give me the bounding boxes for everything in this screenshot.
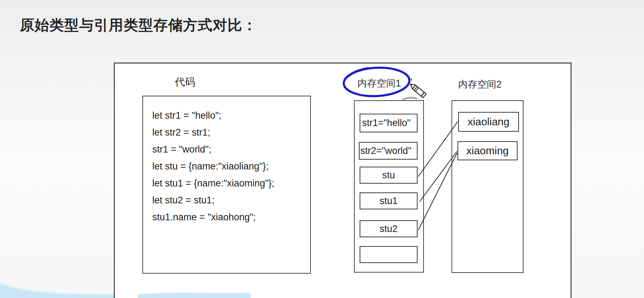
memory1-panel-label: 内存空间1 xyxy=(358,77,401,90)
memory1-cell-stu1: stu1 xyxy=(360,192,418,209)
memory2-cell-xiaoming: xiaoming xyxy=(457,141,518,160)
memory1-cell-empty xyxy=(360,246,418,263)
code-panel: let str1 = "hello"; let str2 = str1; str… xyxy=(142,96,311,274)
code-line: let stu2 = stu1; xyxy=(152,192,310,209)
memory2-cell-xiaoliang: xiaoliang xyxy=(458,112,519,132)
code-line: let str2 = str1; xyxy=(152,124,310,141)
code-line: stu1.name = "xiaohong"; xyxy=(152,209,310,226)
slide: 原始类型与引用类型存储方式对比： 代码 let str1 = "hello"; … xyxy=(0,0,644,298)
code-panel-label: 代码 xyxy=(175,75,195,89)
memory1-cell-stu: stu xyxy=(360,167,418,184)
page-title: 原始类型与引用类型存储方式对比： xyxy=(20,16,257,35)
code-line: str1 = "world"; xyxy=(152,141,310,158)
code-line: let stu1 = {name:"xiaoming"}; xyxy=(152,175,310,192)
code-line: let stu = {name:"xiaoliang"}; xyxy=(152,158,310,175)
memory1-cell-str1: str1="hello" xyxy=(360,114,418,132)
code-line: let str1 = "hello"; xyxy=(152,107,310,124)
memory1-cell-str2: str2="world" xyxy=(359,142,418,160)
memory1-cell-stu2: stu2 xyxy=(360,220,418,237)
memory2-panel-label: 内存空间2 xyxy=(458,78,502,91)
